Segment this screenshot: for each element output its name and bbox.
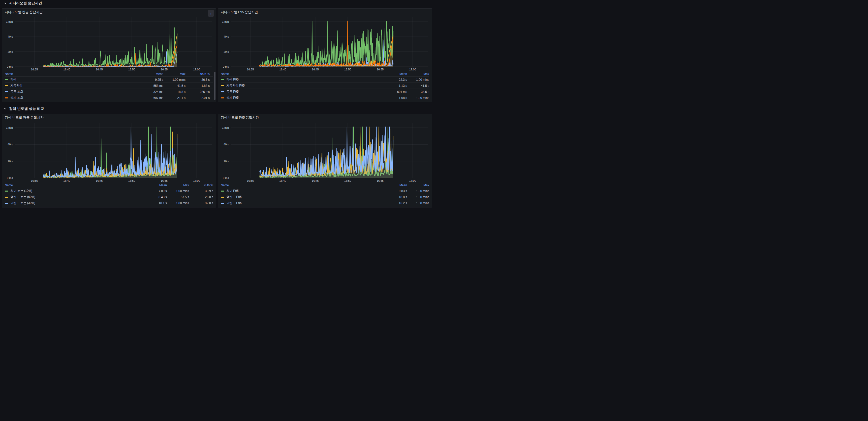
series-color-swatch-icon[interactable]	[221, 91, 224, 92]
panel-frequency-p95: 검색 빈도별 P95 응답시간 0 ms20 s40 s1 min 16:351…	[218, 114, 432, 207]
time-series-chart[interactable]: 0 ms20 s40 s1 min 16:3516:4016:4516:5016…	[3, 121, 215, 183]
series-color-swatch-icon[interactable]	[5, 97, 8, 99]
y-tick-label: 1 min	[6, 126, 13, 129]
legend-value-mean: 1.08 s	[385, 96, 407, 100]
series-color-swatch-icon[interactable]	[5, 79, 8, 80]
series-color-swatch-icon[interactable]	[5, 191, 8, 192]
legend-series-label[interactable]: 고빈도 토큰 (30%)	[5, 201, 145, 205]
x-tick-label: 16:50	[128, 179, 135, 182]
chevron-down-icon	[4, 107, 7, 110]
legend-series-label[interactable]: 목록 조회	[5, 90, 141, 94]
legend-series-label[interactable]: 목록 P95	[221, 90, 385, 94]
legend-col-name[interactable]: Name	[221, 184, 385, 187]
legend-col-mean[interactable]: Mean	[385, 184, 407, 187]
dashboard: 시나리오별 응답시간 시나리오별 평균 응답시간 ⋮ 0 ms20 s40 s1…	[0, 0, 434, 207]
legend-value-mean: 8.43 s	[145, 195, 167, 199]
legend-row: 상세 P951.08 s1.00 mins	[221, 95, 429, 101]
series-color-swatch-icon[interactable]	[221, 85, 224, 86]
legend-value-mean: 558 ms	[141, 84, 163, 88]
panel-title[interactable]: 시나리오별 평균 응답시간	[5, 10, 42, 15]
x-axis: 16:3516:4016:4516:5016:5517:00	[15, 178, 212, 183]
series-color-swatch-icon[interactable]	[5, 91, 8, 92]
legend-series-label[interactable]: 고빈도 P95	[221, 201, 385, 205]
section-header-scenario[interactable]: 시나리오별 응답시간	[2, 0, 432, 6]
legend-series-name: 목록 P95	[226, 90, 239, 94]
y-axis: 0 ms20 s40 s1 min	[3, 123, 13, 178]
time-series-chart[interactable]: 0 ms20 s40 s1 min 16:3516:4016:4516:5016…	[3, 16, 215, 71]
legend-value-max: 1.00 mins	[407, 78, 429, 82]
legend-value-mean: 1.13 s	[385, 84, 407, 88]
legend-col-95th-[interactable]: 95th %	[186, 72, 210, 76]
section-title: 검색 빈도별 성능 비교	[9, 107, 44, 111]
chevron-down-icon	[4, 2, 7, 5]
legend-value-95th-: 30.9 s	[189, 189, 213, 193]
legend-value-max: 1.00 mins	[167, 201, 189, 205]
series-color-swatch-icon[interactable]	[221, 97, 224, 99]
legend-value-max: 57.5 s	[167, 195, 189, 199]
legend-col-name[interactable]: Name	[221, 72, 385, 76]
legend-col-mean[interactable]: Mean	[141, 72, 163, 76]
time-series-chart[interactable]: 0 ms20 s40 s1 min 16:3516:4016:4516:5016…	[219, 121, 431, 183]
x-tick-label: 16:55	[161, 68, 168, 71]
legend-col-mean[interactable]: Mean	[385, 72, 407, 76]
series-color-swatch-icon[interactable]	[221, 197, 224, 198]
legend-col-95th-[interactable]: 95th %	[189, 184, 213, 187]
time-series-chart[interactable]: 0 ms20 s40 s1 min 16:3516:4016:4516:5016…	[219, 16, 431, 71]
x-tick-label: 17:00	[193, 179, 200, 182]
legend-col-max[interactable]: Max	[407, 72, 429, 76]
x-tick-label: 17:00	[409, 68, 416, 71]
panel-scenario-p95: 시나리오별 P95 응답시간 0 ms20 s40 s1 min 16:3516…	[218, 8, 432, 102]
legend-scrollbar[interactable]	[214, 72, 216, 100]
legend-series-label[interactable]: 상세 조회	[5, 96, 141, 100]
legend-series-label[interactable]: 검색	[5, 78, 141, 82]
legend-col-max[interactable]: Max	[167, 184, 189, 187]
x-tick-label: 16:40	[63, 179, 70, 182]
panel-header: 시나리오별 P95 응답시간	[218, 8, 432, 16]
series-color-swatch-icon[interactable]	[5, 197, 8, 198]
legend-series-label[interactable]: 중빈도 토큰 (60%)	[5, 195, 145, 199]
x-tick-label: 16:50	[344, 68, 351, 71]
legend-value-95th-: 2.01 s	[186, 96, 210, 100]
panel-title[interactable]: 검색 빈도별 P95 응답시간	[221, 115, 259, 120]
legend-col-max[interactable]: Max	[407, 184, 429, 187]
section-header-frequency[interactable]: 검색 빈도별 성능 비교	[2, 106, 432, 112]
legend-series-label[interactable]: 자동완성	[5, 84, 141, 88]
panel-title[interactable]: 검색 빈도별 평균 응답시간	[5, 115, 43, 120]
panel-frequency-mean: 검색 빈도별 평균 응답시간 0 ms20 s40 s1 min 16:3516…	[2, 114, 216, 207]
panel-title[interactable]: 시나리오별 P95 응답시간	[221, 10, 258, 15]
y-tick-label: 1 min	[222, 126, 229, 129]
y-axis: 0 ms20 s40 s1 min	[219, 123, 229, 178]
legend-series-label[interactable]: 희귀 토큰 (10%)	[5, 189, 145, 193]
x-tick-label: 16:35	[247, 68, 254, 71]
legend-series-label[interactable]: 자동완성 P95	[221, 84, 385, 88]
series-color-swatch-icon[interactable]	[221, 79, 224, 80]
legend-series-label[interactable]: 검색 P95	[221, 78, 385, 82]
y-tick-label: 20 s	[223, 50, 229, 53]
series-color-swatch-icon[interactable]	[5, 203, 8, 204]
legend-series-name: 검색	[10, 78, 17, 82]
legend-series-label[interactable]: 상세 P95	[221, 96, 385, 100]
x-tick-label: 17:00	[193, 68, 200, 71]
x-tick-label: 16:35	[247, 179, 254, 182]
legend-series-name: 희귀 P95	[226, 189, 239, 193]
panel-header: 검색 빈도별 P95 응답시간	[218, 114, 432, 121]
legend-value-max: 1.00 mins	[407, 96, 429, 100]
legend-series-name: 중빈도 토큰 (60%)	[10, 195, 35, 199]
legend-row: 희귀 토큰 (10%)7.89 s1.00 mins30.9 s	[5, 188, 213, 194]
legend-col-mean[interactable]: Mean	[145, 184, 167, 187]
y-axis: 0 ms20 s40 s1 min	[3, 17, 13, 67]
legend-table: NameMeanMax희귀 P959.83 s1.00 mins중빈도 P951…	[218, 183, 432, 207]
legend-series-label[interactable]: 중빈도 P95	[221, 195, 385, 199]
legend-value-mean: 10.1 s	[145, 201, 167, 205]
legend-value-max: 21.1 s	[163, 96, 186, 100]
y-tick-label: 0 ms	[7, 176, 13, 179]
series-color-swatch-icon[interactable]	[5, 85, 8, 86]
series-color-swatch-icon[interactable]	[221, 203, 224, 204]
series-color-swatch-icon[interactable]	[221, 191, 224, 192]
legend-series-name: 희귀 토큰 (10%)	[10, 189, 32, 193]
legend-col-max[interactable]: Max	[163, 72, 186, 76]
legend-col-name[interactable]: Name	[5, 184, 145, 187]
legend-col-name[interactable]: Name	[5, 72, 141, 76]
legend-series-label[interactable]: 희귀 P95	[221, 189, 385, 193]
legend-table: NameMeanMax검색 P9522.3 s1.00 mins자동완성 P95…	[218, 71, 432, 102]
